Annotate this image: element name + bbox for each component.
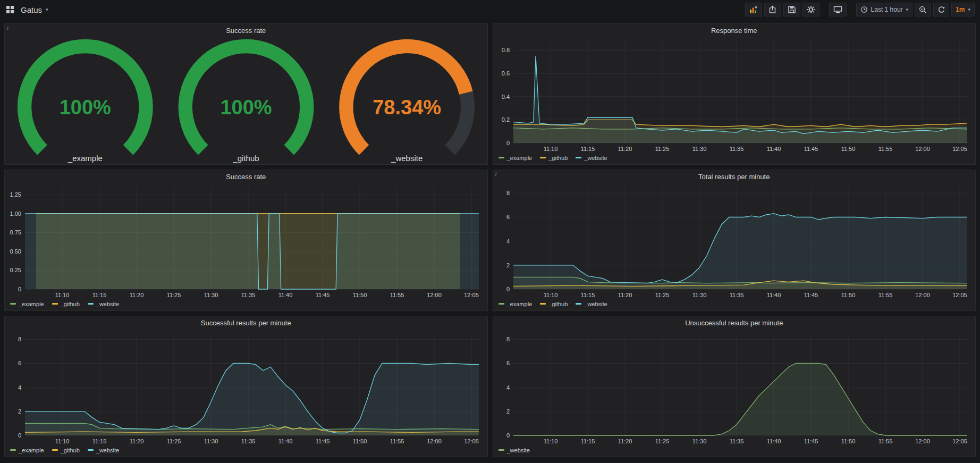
- x-tick-label: 11:55: [390, 292, 404, 298]
- time-range-picker[interactable]: Last 1 hour ▾: [856, 3, 913, 16]
- legend-label: _website: [96, 447, 119, 453]
- x-tick-label: 11:40: [766, 438, 781, 444]
- panel-success-rate-gauges: i Success rate 100%_example100%_github78…: [4, 23, 488, 165]
- x-tick-label: 12:05: [952, 438, 967, 444]
- legend-item-_github[interactable]: _github: [540, 301, 568, 307]
- y-tick-label: 0.6: [501, 70, 509, 77]
- x-tick-label: 11:55: [878, 438, 892, 444]
- y-tick-label: 0.8: [501, 47, 509, 53]
- x-tick-label: 11:25: [167, 438, 181, 444]
- legend-item-_website[interactable]: _website: [576, 155, 607, 161]
- x-tick-label: 11:10: [55, 292, 70, 298]
- legend-swatch: [499, 303, 504, 305]
- legend-label: _website: [584, 155, 607, 161]
- response-time-chart[interactable]: 00.20.40.60.811:1011:1511:2011:2511:3011…: [493, 37, 976, 154]
- legend-item-_website[interactable]: _website: [576, 301, 607, 307]
- total-results-chart[interactable]: 0246811:1011:1511:2011:2511:3011:3511:40…: [493, 183, 976, 300]
- unsuccessful-results-chart[interactable]: 0246811:1011:1511:2011:2511:3011:3511:40…: [493, 329, 976, 446]
- share-icon: [768, 5, 777, 14]
- x-tick-label: 11:45: [316, 438, 330, 444]
- success-rate-graph-chart[interactable]: 00.250.500.751.001.2511:1011:1511:2011:2…: [5, 183, 487, 300]
- legend-label: _github: [548, 301, 568, 307]
- share-button[interactable]: [764, 3, 781, 16]
- panel-unsuccessful-results: Unsuccessful results per minute 0246811:…: [493, 316, 976, 457]
- time-range-label: Last 1 hour: [871, 6, 903, 13]
- panel-title: Success rate: [226, 173, 266, 181]
- x-tick-label: 11:40: [278, 438, 293, 444]
- panel-header-success-rate-graph[interactable]: Success rate: [5, 170, 487, 183]
- panel-title: Response time: [711, 27, 757, 35]
- legend-item-_example[interactable]: _example: [499, 301, 533, 307]
- navbar-left: Gatus ▾: [4, 4, 48, 15]
- x-tick-label: 11:25: [655, 292, 669, 298]
- x-tick-label: 11:20: [618, 292, 632, 298]
- success-rate-gauge-chart[interactable]: 100%_example100%_github78.34%_website: [5, 37, 487, 164]
- x-tick-label: 11:45: [804, 438, 818, 444]
- legend-item-_website[interactable]: _website: [499, 447, 530, 453]
- save-button[interactable]: [783, 3, 800, 16]
- legend-swatch: [540, 157, 546, 158]
- x-tick-label: 12:00: [427, 292, 442, 298]
- dashboard-grid-icon-button[interactable]: [4, 4, 16, 15]
- refresh-icon: [937, 6, 945, 14]
- legend-label: _example: [507, 155, 533, 161]
- x-tick-label: 11:15: [580, 146, 595, 152]
- legend-item-_github[interactable]: _github: [540, 155, 568, 161]
- x-tick-label: 11:25: [167, 292, 181, 298]
- legend-label: _github: [61, 301, 80, 307]
- legend-item-_website[interactable]: _website: [88, 447, 119, 453]
- settings-button[interactable]: [802, 3, 820, 16]
- y-tick-label: 0.50: [10, 248, 21, 255]
- y-tick-label: 0.2: [501, 116, 509, 123]
- refresh-button[interactable]: [933, 3, 949, 16]
- legend-label: _example: [19, 447, 44, 453]
- y-tick-label: 1.25: [10, 191, 21, 198]
- successful-results-chart[interactable]: 0246811:1011:1511:2011:2511:3011:3511:40…: [5, 329, 487, 446]
- legend-item-_website[interactable]: _website: [88, 301, 119, 307]
- y-tick-label: 0: [18, 286, 21, 292]
- legend-label: _github: [548, 155, 568, 161]
- x-tick-label: 12:05: [952, 292, 967, 298]
- navbar: Gatus ▾: [0, 0, 980, 19]
- x-tick-label: 11:50: [353, 438, 367, 444]
- legend-item-_github[interactable]: _github: [52, 301, 80, 307]
- x-tick-label: 11:50: [841, 438, 855, 444]
- legend-swatch: [499, 157, 504, 158]
- tv-mode-button[interactable]: [829, 3, 847, 16]
- x-tick-label: 11:30: [204, 438, 218, 444]
- legend-swatch: [499, 449, 504, 451]
- add-panel-button[interactable]: [745, 3, 762, 16]
- refresh-interval-dropdown[interactable]: 1m ▾: [951, 3, 975, 16]
- x-tick-label: 11:35: [729, 292, 744, 298]
- y-tick-label: 6: [18, 360, 21, 366]
- legend-label: _website: [507, 447, 530, 453]
- x-tick-label: 11:10: [543, 292, 557, 298]
- dashboard-title-dropdown[interactable]: Gatus ▾: [21, 5, 48, 14]
- panel-header-successful-results[interactable]: Successful results per minute: [5, 316, 487, 329]
- panel-header-unsuccessful-results[interactable]: Unsuccessful results per minute: [493, 316, 976, 329]
- legend-label: _example: [507, 301, 533, 307]
- legend-item-_example[interactable]: _example: [499, 155, 533, 161]
- panel-successful-results: Successful results per minute 0246811:10…: [4, 316, 488, 457]
- legend-item-_example[interactable]: _example: [10, 447, 44, 453]
- legend-item-_github[interactable]: _github: [52, 447, 80, 453]
- x-tick-label: 11:40: [766, 292, 781, 298]
- legend-item-_example[interactable]: _example: [10, 301, 44, 307]
- panel-header-total-results[interactable]: Total results per minute: [493, 170, 976, 183]
- info-icon[interactable]: i: [495, 171, 497, 177]
- x-tick-label: 12:05: [952, 146, 967, 152]
- zoom-out-button[interactable]: [915, 3, 931, 16]
- add-panel-icon: [749, 5, 758, 14]
- chart-svg: 0246811:1011:1511:2011:2511:3011:3511:40…: [5, 329, 487, 446]
- info-icon[interactable]: i: [7, 24, 9, 31]
- panel-header-response-time[interactable]: Response time: [493, 24, 976, 37]
- refresh-interval-label: 1m: [956, 6, 965, 13]
- series-fill-_website: [25, 364, 479, 436]
- x-tick-label: 11:50: [353, 292, 367, 298]
- grid-icon: [6, 5, 14, 14]
- panel-total-results: i Total results per minute 0246811:1011:…: [493, 170, 976, 311]
- x-tick-label: 11:20: [618, 438, 632, 444]
- panel-header-success-rate-gauges[interactable]: Success rate: [5, 24, 487, 37]
- clock-icon: [860, 6, 868, 13]
- y-tick-label: 8: [506, 190, 509, 196]
